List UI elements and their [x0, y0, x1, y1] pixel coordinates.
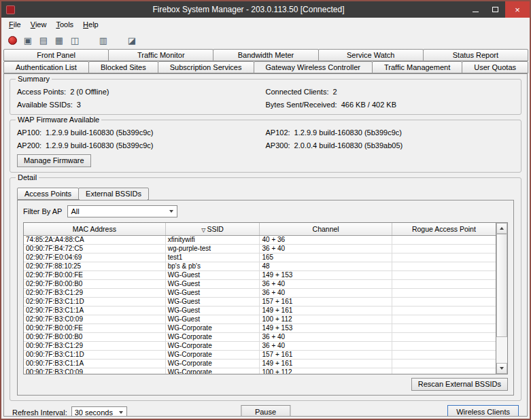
status-report-button[interactable]: ▥ [97, 33, 110, 47]
table-row[interactable]: 00:90:7F:B3:C0:09 WG-Corporate 100 + 112 [24, 368, 496, 374]
tab-user-quotas[interactable]: User Quotas [462, 61, 528, 73]
rescan-external-bssids-button[interactable]: Rescan External BSSIDs [411, 378, 508, 391]
table-row[interactable]: 00:90:7F:B3:C1:29 WG-Corporate 36 + 40 [24, 341, 496, 350]
table-row[interactable]: 00:90:7F:B0:00:B0 WG-Corporate 36 + 40 [24, 332, 496, 341]
detail-tab-strip: Access Points External BSSIDs [17, 188, 514, 200]
cell-channel: 36 + 40 [260, 244, 392, 253]
cell-ssid: WG-Corporate [165, 332, 260, 341]
cell-ssid: WG-Guest [165, 306, 260, 315]
cell-mac-address: 02:90:7F:88:10:25 [24, 262, 165, 270]
manage-firmware-button[interactable]: Manage Firmware [17, 154, 91, 167]
menu-file[interactable]: File [4, 18, 26, 31]
tab-traffic-monitor[interactable]: Traffic Monitor [108, 49, 213, 61]
detail-group: Detail Access Points External BSSIDs Fil… [10, 177, 521, 401]
menu-help[interactable]: Help [78, 18, 103, 31]
traffic-monitor-icon: ▤ [39, 36, 48, 45]
wireless-clients-button[interactable]: Wireless Clients [447, 405, 519, 417]
tab-gateway-wireless-controller[interactable]: Gateway Wireless Controller [254, 61, 373, 73]
cell-channel: 149 + 153 [260, 323, 392, 332]
cell-rogue-access-point [392, 350, 496, 359]
service-watch-icon: ◫ [71, 36, 79, 45]
connected-clients-value: 2 [332, 88, 337, 97]
filter-by-ap-label: Filter By AP [23, 207, 62, 215]
table-row[interactable]: 74:85:2A:A4:88:CA xfinitywifi 40 + 36 [24, 235, 496, 244]
table-row[interactable]: 02:90:7F:B3:C0:09 WG-Guest 100 + 112 [24, 315, 496, 323]
table-row[interactable]: 02:90:7F:E0:04:69 test1 165 [24, 253, 496, 262]
cell-rogue-access-point [392, 332, 496, 341]
bandwidth-meter-button[interactable]: ▦ [52, 33, 66, 47]
access-points-label: Access Points: [17, 88, 66, 97]
table-row[interactable]: 00:90:7F:B3:C1:1D WG-Corporate 157 + 161 [24, 350, 496, 359]
traffic-monitor-button[interactable]: ▤ [37, 33, 50, 47]
cell-channel: 36 + 40 [260, 279, 392, 288]
minimize-button[interactable] [466, 1, 485, 18]
front-panel-button[interactable]: ▣ [21, 33, 35, 47]
column-header-rogue-access-point[interactable]: Rogue Access Point [392, 223, 496, 235]
tab-access-points[interactable]: Access Points [17, 188, 79, 200]
tab-authentication-list[interactable]: Authentication List [3, 61, 89, 73]
tab-blocked-sites[interactable]: Blocked Sites [88, 61, 158, 73]
bssid-table-viewport: MAC Address ▽SSID Channel Rogue Access P… [24, 223, 496, 374]
table-row[interactable]: 00:90:7F:B0:00:FE WG-Corporate 149 + 153 [24, 323, 496, 332]
bandwidth-meter-icon: ▦ [55, 36, 63, 45]
service-watch-button[interactable]: ◫ [68, 33, 82, 47]
cell-mac-address: 74:85:2A:A4:88:CA [24, 235, 165, 244]
tab-front-panel[interactable]: Front Panel [3, 49, 109, 61]
menu-tools[interactable]: Tools [51, 18, 78, 31]
cell-channel: 36 + 40 [260, 288, 392, 297]
tab-service-watch[interactable]: Service Watch [318, 49, 424, 61]
cell-mac-address: 02:90:7F:B3:C0:09 [24, 315, 165, 323]
cell-mac-address: 02:90:7F:E0:04:69 [24, 253, 165, 262]
scrollbar-track[interactable] [496, 234, 507, 363]
menubar: File View Tools Help [1, 18, 530, 31]
access-points-value: 2 (0 Offline) [70, 88, 109, 97]
available-ssids-value: 3 [77, 101, 81, 109]
table-row[interactable]: 00:90:7F:B4:72:C5 wg-purple-test 36 + 40 [24, 244, 496, 253]
close-button[interactable]: × [505, 1, 530, 18]
cell-channel: 149 + 161 [260, 306, 392, 315]
cell-mac-address: 00:90:7F:B4:72:C5 [24, 244, 165, 253]
filter-by-ap-value: All [71, 207, 166, 215]
tab-row-1: Front Panel Traffic Monitor Bandwidth Me… [1, 49, 530, 61]
column-header-channel[interactable]: Channel [260, 223, 392, 235]
filter-by-ap-select[interactable]: All [67, 205, 177, 217]
table-row[interactable]: 02:90:7F:88:10:25 bp's & pb's 48 [24, 262, 496, 270]
column-header-ssid[interactable]: ▽SSID [165, 223, 260, 235]
cell-rogue-access-point [392, 306, 496, 315]
table-row[interactable]: 02:90:7F:B0:00:FE WG-Guest 149 + 153 [24, 270, 496, 279]
tab-external-bssids[interactable]: External BSSIDs [78, 188, 149, 200]
ap300-label: AP300: [266, 141, 290, 150]
ap100-label: AP100: [17, 128, 41, 137]
table-row[interactable]: 02:90:7F:B3:C1:1A WG-Guest 149 + 161 [24, 306, 496, 315]
table-row[interactable]: 02:90:7F:B3:C1:1D WG-Guest 157 + 161 [24, 297, 496, 306]
scroll-up-button[interactable] [496, 223, 507, 234]
tab-bandwidth-meter[interactable]: Bandwidth Meter [213, 49, 318, 61]
maximize-button[interactable] [485, 1, 505, 18]
tab-subscription-services[interactable]: Subscription Services [158, 61, 254, 73]
bssid-table: MAC Address ▽SSID Channel Rogue Access P… [24, 223, 496, 374]
cell-rogue-access-point [392, 262, 496, 270]
app-icon[interactable] [6, 5, 15, 14]
table-row[interactable]: 02:90:7F:B0:00:B0 WG-Guest 36 + 40 [24, 279, 496, 288]
scroll-down-button[interactable] [496, 363, 507, 374]
vertical-scrollbar[interactable] [496, 223, 507, 374]
tab-status-report[interactable]: Status Report [423, 49, 528, 61]
copy-button[interactable]: ◪ [125, 33, 139, 47]
cell-rogue-access-point [392, 270, 496, 279]
cell-channel: 149 + 161 [260, 359, 392, 368]
summary-group-title: Summary [16, 75, 52, 83]
table-row[interactable]: 02:90:7F:B3:C1:29 WG-Guest 36 + 40 [24, 288, 496, 297]
firmware-grid: AP100:1.2.9.9 build-160830 (5b399c9c) AP… [17, 128, 514, 150]
menu-view[interactable]: View [26, 18, 52, 31]
pause-button[interactable]: Pause [241, 405, 290, 417]
stop-button[interactable] [5, 33, 19, 47]
column-header-mac-address[interactable]: MAC Address [24, 223, 165, 235]
window-title: Firebox System Manager - 203.0.113.50 [C… [42, 1, 455, 18]
table-row[interactable]: 00:90:7F:B3:C1:1A WG-Corporate 149 + 161 [24, 359, 496, 368]
connected-clients-label: Connected Clients: [266, 88, 329, 97]
scrollbar-thumb[interactable] [496, 234, 507, 337]
arrow-up-icon [500, 227, 504, 230]
refresh-interval-select[interactable]: 30 seconds [71, 406, 127, 417]
tab-traffic-management[interactable]: Traffic Management [372, 61, 462, 73]
cell-channel: 36 + 40 [260, 341, 392, 350]
